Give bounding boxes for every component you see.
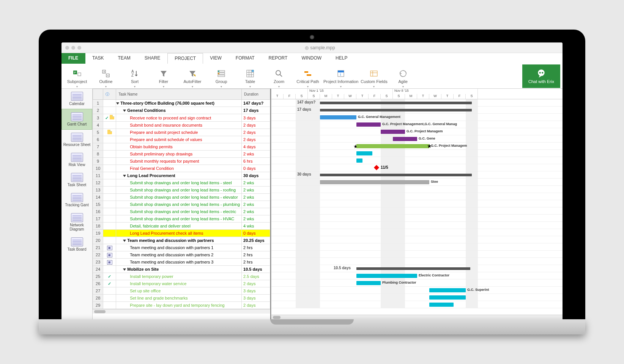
task-duration[interactable]: 17 days xyxy=(242,107,270,114)
table-row[interactable]: 17Submit shop drawings and order long le… xyxy=(93,215,270,223)
row-number[interactable]: 9 xyxy=(93,158,103,165)
task-duration[interactable]: 2 days xyxy=(242,136,270,143)
gantt-row[interactable] xyxy=(271,186,563,193)
menu-file[interactable]: FILE xyxy=(61,53,85,64)
task-name[interactable]: Long Lead Procurement check all items xyxy=(116,230,242,237)
task-duration[interactable]: 3 days xyxy=(242,287,270,295)
task-name[interactable]: Submit shop drawings and order long lead… xyxy=(116,187,242,194)
gantt-row[interactable] xyxy=(271,229,563,236)
table-row[interactable]: 25✓ Install temporary power2.5 days xyxy=(93,273,270,280)
gantt-row[interactable]: 11/5 xyxy=(271,164,563,171)
gantt-row[interactable] xyxy=(271,251,563,258)
gantt-row[interactable] xyxy=(271,200,563,207)
gantt-row[interactable] xyxy=(271,236,563,243)
expand-icon[interactable] xyxy=(123,268,126,271)
gantt-row[interactable]: ★G.C. Project Managem★ xyxy=(271,143,563,150)
row-number[interactable]: 25 xyxy=(93,273,103,280)
task-name[interactable]: Three-story Office Building (76,000 squa… xyxy=(116,100,242,107)
gantt-chart[interactable]: Nov 1 '15Nov 8 '15 TFSSMTWTFSSMTWTFS 147… xyxy=(271,89,563,319)
table-row[interactable]: 6Prepare and submit schedule of values2 … xyxy=(93,136,270,143)
task-name[interactable]: Set line and grade benchmarks xyxy=(116,295,242,302)
tool-sort[interactable]: AZSort▾ xyxy=(121,65,148,88)
row-number[interactable]: 14 xyxy=(93,194,103,201)
tool-filter[interactable]: Filter▾ xyxy=(150,65,177,88)
menu-share[interactable]: SHARE xyxy=(138,53,167,64)
table-row[interactable]: 12Submit shop drawings and order long le… xyxy=(93,179,270,187)
task-table[interactable]: ⓘ Task Name Duration 1Three-story Office… xyxy=(93,89,271,319)
table-row[interactable]: 27Set up site office3 days xyxy=(93,287,270,295)
row-number[interactable]: 8 xyxy=(93,151,103,158)
task-duration[interactable]: 2 wks xyxy=(242,151,270,158)
table-row[interactable]: 21▦Team meeting and discussion with part… xyxy=(93,244,270,251)
sidebar-resource-sheet[interactable]: Resource Sheet xyxy=(61,130,92,150)
chat-button[interactable]: Chat with Erix xyxy=(522,64,560,88)
tool-autofilter[interactable]: AutoFilter▾ xyxy=(179,65,206,88)
sidebar-tracking-gant[interactable]: Tracking Gant xyxy=(61,190,92,210)
gantt-row[interactable]: Stee xyxy=(271,179,563,186)
task-name[interactable]: Team meeting and discussion with partner… xyxy=(116,251,242,259)
task-bar[interactable] xyxy=(356,151,372,155)
row-number[interactable]: 2 xyxy=(93,107,103,114)
sidebar-network-diagram[interactable]: Network Diagram xyxy=(61,210,92,234)
gantt-row[interactable]: 147 days? xyxy=(271,99,563,107)
task-duration[interactable]: 4 days xyxy=(242,143,270,151)
tool-table[interactable]: Table▾ xyxy=(237,65,263,88)
gantt-row[interactable]: G.C. Superint xyxy=(271,287,563,294)
task-name[interactable]: Submit shop drawings and order long lead… xyxy=(116,201,242,208)
task-bar[interactable] xyxy=(429,295,466,300)
table-row[interactable]: 4Submit bond and insurance documents2 da… xyxy=(93,122,270,129)
task-duration[interactable]: 6 hrs xyxy=(242,158,270,165)
table-row[interactable]: 9Submit monthly requests for payment6 hr… xyxy=(93,158,270,165)
table-row[interactable]: 24Mobilize on Site10.5 days xyxy=(93,266,270,273)
task-name[interactable]: General Conditions xyxy=(116,107,242,114)
row-number[interactable]: 12 xyxy=(93,179,103,187)
task-name[interactable]: Submit shop drawings and order long lead… xyxy=(116,215,242,223)
task-duration[interactable]: 2 hrs xyxy=(242,259,270,266)
table-row[interactable]: 7Obtain building permits4 days xyxy=(93,143,270,151)
table-row[interactable]: 20Team meeting and discussion with partn… xyxy=(93,237,270,244)
tool-fields[interactable]: Custom Fields▾ xyxy=(361,65,387,88)
task-duration[interactable]: 2 wks xyxy=(242,194,270,201)
gantt-row[interactable] xyxy=(271,215,563,222)
gantt-row[interactable]: Electric Contractor xyxy=(271,272,563,279)
task-duration[interactable]: 2 days xyxy=(242,129,270,136)
task-bar[interactable]: Electric Contractor xyxy=(356,274,417,278)
task-duration[interactable]: 2 days xyxy=(242,280,270,287)
tool-agile[interactable]: Agile▾ xyxy=(390,65,416,88)
table-row[interactable]: 2General Conditions17 days xyxy=(93,107,270,114)
task-bar[interactable]: G.C. General Management xyxy=(320,115,356,119)
menu-project[interactable]: PROJECT xyxy=(167,53,203,64)
table-row[interactable]: 5Prepare and submit project schedule2 da… xyxy=(93,129,270,136)
gantt-row[interactable] xyxy=(271,222,563,229)
table-row[interactable]: 11Long Lead Procurement30 days xyxy=(93,172,270,179)
task-duration[interactable]: 2 hrs xyxy=(242,244,270,251)
task-duration[interactable]: 3 days xyxy=(242,114,270,122)
task-bar[interactable] xyxy=(356,158,362,163)
indicator-header[interactable]: ⓘ xyxy=(103,89,116,100)
row-number[interactable]: 23 xyxy=(93,259,103,266)
menu-window[interactable]: WINDOW xyxy=(295,53,329,64)
table-row[interactable]: 26✓ Install temporary water service2 day… xyxy=(93,280,270,287)
task-duration[interactable]: 2 hrs xyxy=(242,251,270,259)
menu-task[interactable]: TASK xyxy=(85,53,111,64)
row-number-header[interactable] xyxy=(93,89,103,100)
gantt-row[interactable]: 30 days xyxy=(271,171,563,179)
table-row[interactable]: 28Set line and grade benchmarks3 days xyxy=(93,295,270,302)
task-name[interactable]: Submit shop drawings and order long lead… xyxy=(116,194,242,201)
task-name[interactable]: Team meeting and discussion with partner… xyxy=(116,237,242,244)
task-name[interactable]: Submit bond and insurance documents xyxy=(116,122,242,129)
task-name[interactable]: Set up site office xyxy=(116,287,242,295)
task-name[interactable]: Receive notice to proceed and sign contr… xyxy=(116,114,242,122)
row-number[interactable]: 6 xyxy=(93,136,103,143)
menu-team[interactable]: TEAM xyxy=(111,53,137,64)
gantt-row[interactable]: 17 days xyxy=(271,107,563,114)
row-number[interactable]: 15 xyxy=(93,201,103,208)
tool-critical[interactable]: Critical Path▾ xyxy=(295,65,321,88)
table-row[interactable]: 16Submit shop drawings and order long le… xyxy=(93,208,270,215)
gantt-row[interactable] xyxy=(271,150,563,157)
menu-format[interactable]: FORMAT xyxy=(229,53,262,64)
row-number[interactable]: 7 xyxy=(93,143,103,151)
gantt-row[interactable]: 10.5 days xyxy=(271,265,563,272)
expand-icon[interactable] xyxy=(123,240,126,242)
task-name[interactable]: Install temporary water service xyxy=(116,280,242,287)
